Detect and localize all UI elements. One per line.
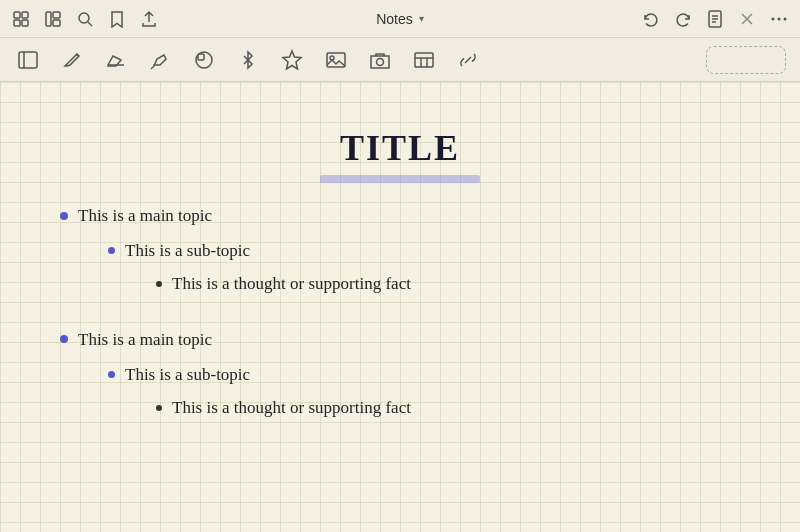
highlighter-icon[interactable] <box>146 46 174 74</box>
share-icon[interactable] <box>140 10 158 28</box>
image-icon[interactable] <box>322 46 350 74</box>
svg-rect-0 <box>14 12 20 18</box>
title-bar: Notes ▾ <box>0 0 800 38</box>
title-bar-right <box>642 10 788 28</box>
more-options-icon[interactable] <box>770 10 788 28</box>
main-topic-label-2: This is a main topic <box>78 326 212 353</box>
title-bar-center: Notes ▾ <box>376 11 424 27</box>
svg-rect-2 <box>14 20 20 26</box>
star-icon[interactable] <box>278 46 306 74</box>
sub-topic-bullet-1 <box>108 247 115 254</box>
svg-rect-23 <box>198 54 204 60</box>
svg-line-8 <box>88 22 92 26</box>
sub-topic-bullet-2 <box>108 371 115 378</box>
supporting-fact-1: This is a thought or supporting fact <box>156 270 760 297</box>
app-title: Notes <box>376 11 413 27</box>
undo-icon[interactable] <box>642 10 660 28</box>
eraser-icon[interactable] <box>102 46 130 74</box>
link-icon[interactable] <box>454 46 482 74</box>
svg-rect-1 <box>22 12 28 18</box>
section-gap <box>60 304 760 326</box>
supporting-fact-bullet-1 <box>156 281 162 287</box>
bookmark-icon[interactable] <box>108 10 126 28</box>
sub-topic-2: This is a sub-topic <box>108 361 760 388</box>
sub-topic-1: This is a sub-topic <box>108 237 760 264</box>
supporting-fact-label-2: This is a thought or supporting fact <box>172 394 411 421</box>
svg-point-27 <box>377 58 384 65</box>
title-chevron[interactable]: ▾ <box>419 13 424 24</box>
lasso-tool[interactable] <box>706 46 786 74</box>
svg-line-21 <box>151 66 154 69</box>
main-topic-2: This is a main topic <box>60 326 760 353</box>
grid-icon[interactable] <box>12 10 30 28</box>
svg-point-16 <box>778 17 781 20</box>
supporting-fact-2: This is a thought or supporting fact <box>156 394 760 421</box>
pen-icon[interactable] <box>58 46 86 74</box>
svg-marker-24 <box>283 51 301 69</box>
title-bar-left <box>12 10 158 28</box>
svg-point-17 <box>784 17 787 20</box>
canvas-area: Title This is a main topic This is a sub… <box>0 82 800 532</box>
note-content: This is a main topic This is a sub-topic… <box>60 202 760 427</box>
note-title: Title <box>340 127 460 169</box>
svg-rect-5 <box>53 12 60 18</box>
sub-topic-label-1: This is a sub-topic <box>125 237 250 264</box>
close-icon[interactable] <box>738 10 756 28</box>
sidebar-toggle-icon[interactable] <box>14 46 42 74</box>
main-topic-bullet-2 <box>60 335 68 343</box>
svg-point-7 <box>79 13 89 23</box>
shapes-icon[interactable] <box>190 46 218 74</box>
document-icon[interactable] <box>706 10 724 28</box>
svg-rect-4 <box>46 12 51 26</box>
redo-icon[interactable] <box>674 10 692 28</box>
supporting-fact-label-1: This is a thought or supporting fact <box>172 270 411 297</box>
apps-icon[interactable] <box>44 10 62 28</box>
svg-rect-3 <box>22 20 28 26</box>
svg-rect-18 <box>19 52 37 68</box>
svg-rect-6 <box>53 20 60 26</box>
table-icon[interactable] <box>410 46 438 74</box>
svg-rect-28 <box>415 53 433 67</box>
search-icon[interactable] <box>76 10 94 28</box>
sub-topic-label-2: This is a sub-topic <box>125 361 250 388</box>
supporting-fact-bullet-2 <box>156 405 162 411</box>
camera-icon[interactable] <box>366 46 394 74</box>
bluetooth-icon[interactable] <box>234 46 262 74</box>
main-topic-label-1: This is a main topic <box>78 202 212 229</box>
main-topic-bullet-1 <box>60 212 68 220</box>
main-topic-1: This is a main topic <box>60 202 760 229</box>
svg-point-15 <box>772 17 775 20</box>
toolbar <box>0 38 800 82</box>
title-underline <box>320 175 480 183</box>
